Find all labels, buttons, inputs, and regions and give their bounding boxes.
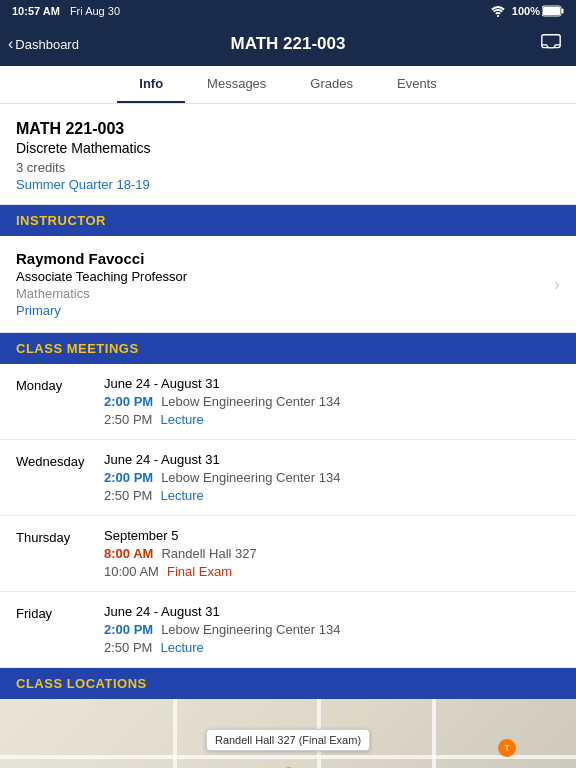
instructor-name: Raymond Favocci	[16, 250, 187, 267]
map-road-v1	[173, 699, 177, 768]
meeting-day-thursday: Thursday	[16, 528, 88, 579]
class-meetings-section-header: CLASS MEETINGS	[0, 333, 576, 364]
instructor-info: Raymond Favocci Associate Teaching Profe…	[16, 250, 187, 318]
status-right: 100%	[490, 5, 564, 17]
meeting-details-friday: June 24 - August 31 2:00 PM Lebow Engine…	[104, 604, 560, 655]
meeting-row-thursday: Thursday September 5 8:00 AM Randell Hal…	[0, 516, 576, 592]
meeting-end-wednesday: 2:50 PM	[104, 488, 152, 503]
meeting-type-friday: Lecture	[160, 640, 203, 655]
course-credits: 3 credits	[16, 160, 560, 175]
meeting-end-row-monday: 2:50 PM Lecture	[104, 412, 560, 427]
meeting-day-friday: Friday	[16, 604, 88, 655]
map-orange-marker: T	[498, 739, 516, 757]
map-road-h2	[0, 755, 576, 759]
back-button[interactable]: ‹ Dashboard	[8, 35, 79, 53]
meeting-type-monday: Lecture	[160, 412, 203, 427]
tab-events[interactable]: Events	[375, 66, 459, 103]
battery-icon	[542, 5, 564, 17]
tab-info[interactable]: Info	[117, 66, 185, 103]
battery-pct: 100%	[512, 5, 540, 17]
status-left: 10:57 AM Fri Aug 30	[12, 5, 120, 17]
meeting-end-monday: 2:50 PM	[104, 412, 152, 427]
meeting-end-row-friday: 2:50 PM Lecture	[104, 640, 560, 655]
meeting-date-friday: June 24 - August 31	[104, 604, 560, 619]
back-chevron-icon: ‹	[8, 35, 13, 53]
meeting-location-wednesday: Lebow Engineering Center 134	[161, 470, 340, 485]
svg-rect-1	[543, 7, 560, 15]
inbox-icon	[540, 32, 562, 54]
meeting-date-wednesday: June 24 - August 31	[104, 452, 560, 467]
tab-bar: Info Messages Grades Events	[0, 66, 576, 104]
map-section: Ludlow St T Cortina- Zapata The Drexel C…	[0, 699, 576, 768]
svg-rect-2	[562, 9, 564, 14]
status-time: 10:57 AM	[12, 5, 60, 17]
status-date: Fri Aug 30	[70, 5, 120, 17]
map-road-v3	[432, 699, 436, 768]
meeting-date-thursday: September 5	[104, 528, 560, 543]
status-bar: 10:57 AM Fri Aug 30 100%	[0, 0, 576, 22]
meeting-times-friday: 2:00 PM Lebow Engineering Center 134	[104, 622, 560, 637]
meeting-day-wednesday: Wednesday	[16, 452, 88, 503]
course-name: Discrete Mathematics	[16, 140, 560, 156]
instructor-type: Primary	[16, 303, 187, 318]
instructor-dept: Mathematics	[16, 286, 187, 301]
battery-indicator: 100%	[512, 5, 564, 17]
instructor-row[interactable]: Raymond Favocci Associate Teaching Profe…	[0, 236, 576, 333]
meeting-times-wednesday: 2:00 PM Lebow Engineering Center 134	[104, 470, 560, 485]
course-info-section: MATH 221-003 Discrete Mathematics 3 cred…	[0, 104, 576, 205]
map-tooltip: Randell Hall 327 (Final Exam)	[206, 729, 370, 751]
meeting-type-thursday: Final Exam	[167, 564, 232, 579]
meeting-type-wednesday: Lecture	[160, 488, 203, 503]
svg-rect-3	[542, 34, 560, 47]
course-term[interactable]: Summer Quarter 18-19	[16, 177, 560, 192]
meeting-end-row-thursday: 10:00 AM Final Exam	[104, 564, 560, 579]
meeting-times-thursday: 8:00 AM Randell Hall 327	[104, 546, 560, 561]
map-background: Ludlow St T Cortina- Zapata The Drexel C…	[0, 699, 576, 768]
instructor-chevron-icon: ›	[554, 274, 560, 295]
meeting-date-monday: June 24 - August 31	[104, 376, 560, 391]
meeting-location-friday: Lebow Engineering Center 134	[161, 622, 340, 637]
map-tooltip-text: Randell Hall 327 (Final Exam)	[215, 734, 361, 746]
meeting-end-thursday: 10:00 AM	[104, 564, 159, 579]
meeting-day-monday: Monday	[16, 376, 88, 427]
instructor-role: Associate Teaching Professor	[16, 269, 187, 284]
instructor-section-header: INSTRUCTOR	[0, 205, 576, 236]
meeting-details-wednesday: June 24 - August 31 2:00 PM Lebow Engine…	[104, 452, 560, 503]
wifi-icon	[490, 5, 506, 17]
nav-bar: ‹ Dashboard MATH 221-003	[0, 22, 576, 66]
meeting-details-thursday: September 5 8:00 AM Randell Hall 327 10:…	[104, 528, 560, 579]
content-area: MATH 221-003 Discrete Mathematics 3 cred…	[0, 104, 576, 768]
tab-messages[interactable]: Messages	[185, 66, 288, 103]
meeting-start-thursday: 8:00 AM	[104, 546, 153, 561]
meeting-end-friday: 2:50 PM	[104, 640, 152, 655]
meeting-end-row-wednesday: 2:50 PM Lecture	[104, 488, 560, 503]
meeting-times-monday: 2:00 PM Lebow Engineering Center 134	[104, 394, 560, 409]
map-container[interactable]: Ludlow St T Cortina- Zapata The Drexel C…	[0, 699, 576, 768]
nav-right-button[interactable]	[540, 32, 562, 57]
meetings-list: Monday June 24 - August 31 2:00 PM Lebow…	[0, 364, 576, 668]
class-locations-section-header: CLASS LOCATIONS	[0, 668, 576, 699]
meeting-start-monday: 2:00 PM	[104, 394, 153, 409]
meeting-location-thursday: Randell Hall 327	[161, 546, 256, 561]
back-label: Dashboard	[15, 37, 79, 52]
nav-title: MATH 221-003	[231, 34, 346, 54]
meeting-start-friday: 2:00 PM	[104, 622, 153, 637]
meeting-row-monday: Monday June 24 - August 31 2:00 PM Lebow…	[0, 364, 576, 440]
meeting-row-wednesday: Wednesday June 24 - August 31 2:00 PM Le…	[0, 440, 576, 516]
tab-grades[interactable]: Grades	[288, 66, 375, 103]
meeting-start-wednesday: 2:00 PM	[104, 470, 153, 485]
meeting-details-monday: June 24 - August 31 2:00 PM Lebow Engine…	[104, 376, 560, 427]
meeting-location-monday: Lebow Engineering Center 134	[161, 394, 340, 409]
meeting-row-friday: Friday June 24 - August 31 2:00 PM Lebow…	[0, 592, 576, 668]
course-code: MATH 221-003	[16, 120, 560, 138]
